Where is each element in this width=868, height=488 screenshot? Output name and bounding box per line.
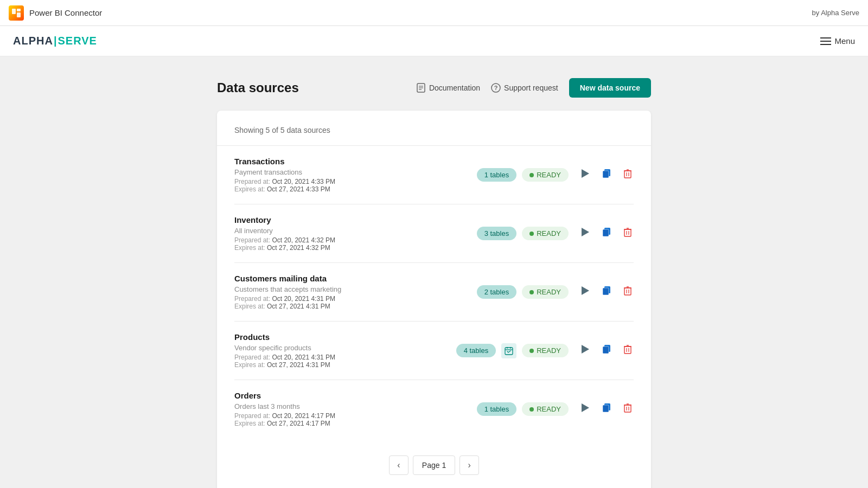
svg-rect-47: [603, 405, 609, 412]
delete-button[interactable]: [622, 343, 634, 359]
svg-text:?: ?: [494, 85, 498, 91]
hamburger-icon: [820, 37, 831, 45]
status-dot: [529, 290, 534, 294]
documentation-button[interactable]: Documentation: [416, 83, 480, 93]
ds-info: Customers mailing data Customers that ac…: [234, 274, 466, 310]
svg-rect-11: [603, 171, 609, 178]
trash-icon: [624, 169, 631, 181]
trash-icon: [624, 286, 631, 298]
new-data-source-button[interactable]: New data source: [569, 78, 651, 98]
calendar-icon: [501, 343, 516, 358]
data-sources-list: Transactions Payment transactions Prepar…: [234, 146, 634, 438]
svg-marker-37: [582, 345, 589, 354]
ds-badges: 3 tables READY: [477, 227, 569, 240]
copy-button[interactable]: [600, 225, 613, 242]
run-button[interactable]: [579, 343, 591, 358]
ds-badges: 2 tables READY: [477, 285, 569, 299]
copy-button[interactable]: [600, 284, 613, 300]
ds-expires: Expires at: Oct 27, 2021 4:31 PM: [234, 303, 466, 310]
trash-icon: [624, 228, 631, 240]
ds-prepared: Prepared at: Oct 20, 2021 4:33 PM: [234, 178, 466, 185]
play-icon: [582, 403, 589, 415]
ds-name: Customers mailing data: [234, 274, 466, 283]
status-badge: READY: [522, 402, 569, 416]
run-button[interactable]: [579, 226, 591, 241]
status-badge: READY: [522, 227, 569, 240]
run-button[interactable]: [579, 167, 591, 183]
app-title: Power BI Connector: [29, 8, 102, 17]
copy-button[interactable]: [600, 401, 613, 418]
ds-prepared: Prepared at: Oct 20, 2021 4:31 PM: [234, 354, 445, 361]
copy-icon: [602, 403, 611, 415]
ds-actions: [579, 284, 634, 300]
ds-desc: Orders last 3 months: [234, 402, 466, 410]
delete-button[interactable]: [622, 226, 634, 242]
svg-rect-0: [12, 9, 16, 14]
run-button[interactable]: [579, 284, 591, 300]
svg-marker-17: [582, 228, 589, 236]
ds-desc: All inventory: [234, 227, 466, 235]
copy-button[interactable]: [600, 342, 613, 359]
ds-name: Products: [234, 332, 445, 342]
tables-badge: 1 tables: [477, 402, 517, 416]
next-page-button[interactable]: ›: [459, 455, 479, 475]
page-header: Data sources Documentation: [217, 78, 651, 98]
support-button[interactable]: ? Support request: [491, 83, 558, 93]
main-content: Data sources Documentation: [0, 56, 868, 488]
tables-badge: 2 tables: [477, 285, 517, 299]
tables-badge: 3 tables: [477, 227, 517, 240]
delete-button[interactable]: [622, 401, 634, 418]
status-dot: [529, 349, 534, 353]
ds-expires: Expires at: Oct 27, 2021 4:31 PM: [234, 361, 445, 369]
copy-icon: [602, 286, 611, 298]
ds-name: Transactions: [234, 157, 466, 166]
ds-badges: 1 tables READY: [477, 402, 569, 416]
trash-icon: [624, 345, 631, 357]
svg-rect-12: [624, 171, 631, 178]
ds-expires: Expires at: Oct 27, 2021 4:33 PM: [234, 185, 466, 193]
logo: ALPHA|SERVE: [13, 35, 97, 47]
copy-icon: [602, 344, 611, 357]
prev-page-button[interactable]: ‹: [389, 455, 409, 475]
status-badge: READY: [522, 344, 569, 357]
page-actions: Documentation ? Support request New data…: [416, 78, 651, 98]
ds-actions: [579, 401, 634, 418]
svg-rect-40: [624, 346, 631, 354]
top-bar-left: Power BI Connector: [9, 5, 102, 21]
ds-desc: Customers that accepts marketing: [234, 285, 466, 293]
tables-badge: 1 tables: [477, 168, 517, 182]
ds-info: Inventory All inventory Prepared at: Oct…: [234, 215, 466, 252]
ds-info: Orders Orders last 3 months Prepared at:…: [234, 391, 466, 427]
copy-icon: [602, 169, 611, 181]
delete-button[interactable]: [622, 167, 634, 183]
svg-marker-25: [582, 286, 589, 295]
data-source-row: Orders Orders last 3 months Prepared at:…: [234, 380, 634, 438]
ds-name: Orders: [234, 391, 466, 400]
play-icon: [582, 169, 589, 181]
ds-desc: Vendor specific products: [234, 344, 445, 352]
status-dot: [529, 232, 534, 236]
ds-prepared: Prepared at: Oct 20, 2021 4:31 PM: [234, 295, 466, 303]
ds-name: Inventory: [234, 215, 466, 224]
ds-info: Transactions Payment transactions Prepar…: [234, 157, 466, 193]
ds-badges: 4 tables READY: [456, 343, 569, 358]
svg-rect-20: [624, 229, 631, 236]
support-label: Support request: [504, 84, 558, 92]
ds-actions: [579, 166, 634, 183]
run-button[interactable]: [579, 401, 591, 417]
svg-rect-33: [505, 348, 513, 355]
ds-prepared: Prepared at: Oct 20, 2021 4:32 PM: [234, 236, 466, 244]
content-wrapper: Data sources Documentation: [217, 78, 651, 488]
delete-button[interactable]: [622, 284, 634, 300]
svg-rect-39: [603, 346, 609, 354]
documentation-label: Documentation: [429, 84, 480, 92]
status-dot: [529, 173, 534, 177]
copy-button[interactable]: [600, 166, 613, 183]
menu-label: Menu: [834, 36, 855, 46]
ds-actions: [579, 342, 634, 359]
top-bar: Power BI Connector by Alpha Serve: [0, 0, 868, 26]
ds-expires: Expires at: Oct 27, 2021 4:17 PM: [234, 420, 466, 427]
chevron-right-icon: ›: [468, 460, 471, 470]
menu-button[interactable]: Menu: [820, 36, 855, 46]
pagination: ‹ Page 1 ›: [234, 455, 634, 475]
